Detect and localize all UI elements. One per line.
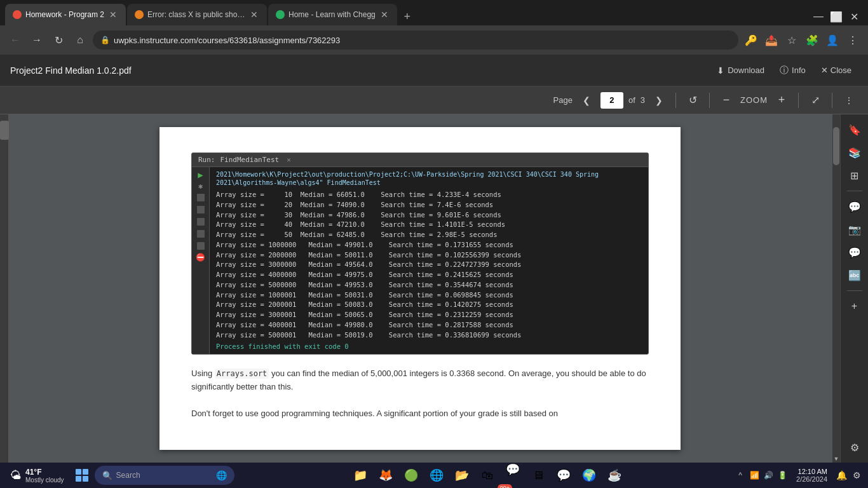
process-line: Process finished with exit code 0 [216, 342, 642, 350]
profile-icon[interactable]: 🔑 [742, 31, 760, 49]
tab-error[interactable]: Error: class X is public should be... ✕ [127, 4, 267, 25]
pdf-text-content: Using Arrays.sort you can find the media… [191, 367, 649, 420]
taskbar-msg-wrapper: 💬 99+ [501, 458, 524, 488]
back-button[interactable]: ← [6, 31, 24, 49]
output-line-8: Array size = 3000000 Median = 49564.0 Se… [216, 260, 642, 270]
page-label: Page [553, 95, 573, 105]
pdf-page-container[interactable]: Run: FindMedianTest ✕ ▶ ✱ ⛔ [9, 114, 831, 463]
taskbar: 🌤 41°F Mostly cloudy 🔍 Search 🌐 📁 🦊 🟢 🌐 … [0, 463, 868, 488]
info-icon: ⓘ [780, 65, 789, 76]
tab-label-2: Error: class X is public should be... [147, 10, 245, 19]
messenger-sidebar-icon[interactable]: 💬 [844, 242, 865, 262]
taskbar-java[interactable]: ☕ [603, 464, 626, 487]
ide-sidebar: ▶ ✱ ⛔ [192, 167, 210, 354]
instagram-sidebar-icon[interactable]: 📷 [844, 219, 865, 240]
sidebar-separator-1 [847, 191, 862, 191]
profile-avatar[interactable]: 👤 [824, 31, 841, 49]
nav-bar: ← → ↻ ⌂ 🔒 uwpks.instructure.com/courses/… [0, 25, 868, 55]
grid-sidebar-icon[interactable]: ⊞ [844, 165, 865, 186]
add-sidebar-icon[interactable]: + [844, 296, 865, 316]
pdf-page: Run: FindMedianTest ✕ ▶ ✱ ⛔ [159, 127, 681, 450]
tab-homework[interactable]: Homework - Program 2 ✕ [5, 4, 126, 25]
layers-sidebar-icon[interactable]: 📚 [844, 142, 865, 163]
ide-output-block: Run: FindMedianTest ✕ ▶ ✱ ⛔ [191, 152, 649, 355]
output-line-11: Array size = 1000001 Median = 50031.0 Se… [216, 290, 642, 301]
forward-button[interactable]: → [28, 31, 46, 49]
weather-info: 41°F Mostly cloudy [25, 468, 64, 484]
vertical-scrollbar-thumb[interactable] [833, 127, 839, 165]
ide-title-bar: Run: FindMedianTest ✕ [192, 153, 648, 167]
info-button[interactable]: ⓘ Info [773, 61, 812, 80]
next-page-button[interactable]: ❯ [650, 92, 668, 109]
code-arrays-sort: Arrays.sort [215, 369, 269, 379]
taskbar-settings-button[interactable]: ⚙ [850, 469, 863, 482]
output-line-10: Array size = 5000000 Median = 49953.0 Se… [216, 280, 642, 290]
bookmark-sidebar-icon[interactable]: 🔖 [844, 119, 865, 140]
whatsapp-sidebar-icon[interactable]: 💬 [844, 196, 865, 217]
new-tab-button[interactable]: + [398, 8, 416, 25]
tray-network[interactable]: 📶 [748, 469, 761, 482]
taskbar-explorer[interactable]: 📁 [349, 464, 372, 487]
home-button[interactable]: ⌂ [71, 31, 89, 49]
taskbar-messages[interactable]: 💬 [501, 458, 524, 481]
toolbar-divider-2 [709, 93, 710, 108]
download-button[interactable]: ⬇ Download [710, 62, 771, 79]
weather-widget: 🌤 41°F Mostly cloudy [5, 468, 69, 484]
scroll-down-arrow[interactable]: ▼ [832, 455, 840, 463]
taskbar-right: ^ 📶 🔊 🔋 12:10 AM 2/26/2024 🔔 ⚙ [734, 468, 863, 483]
tab-close-2[interactable]: ✕ [249, 8, 259, 21]
zoom-out-button[interactable]: − [717, 92, 735, 109]
output-line-2: Array size = 20 Median = 74090.0 Search … [216, 200, 642, 210]
reload-button[interactable]: ↻ [50, 31, 67, 49]
output-line-9: Array size = 4000000 Median = 49975.0 Se… [216, 270, 642, 280]
extensions-icon[interactable]: 🧩 [803, 31, 821, 49]
page-number-input[interactable] [600, 92, 623, 109]
tab-chegg[interactable]: Home - Learn with Chegg ✕ [268, 4, 397, 25]
tray-volume[interactable]: 🔊 [762, 469, 775, 482]
output-line-13: Array size = 3000001 Median = 50065.0 Se… [216, 310, 642, 320]
tab-close-3[interactable]: ✕ [379, 8, 390, 21]
share-icon[interactable]: 📤 [763, 31, 780, 49]
taskbar-search[interactable]: 🔍 Search 🌐 [95, 466, 234, 485]
start-button[interactable] [72, 465, 92, 485]
system-tray: ^ 📶 🔊 🔋 [734, 469, 789, 482]
toolbar-divider-4 [832, 93, 832, 108]
taskbar-folder2[interactable]: 📂 [451, 464, 473, 487]
bookmark-icon[interactable]: ☆ [783, 31, 801, 49]
settings-sidebar-icon[interactable]: ⚙ [844, 437, 865, 458]
tab-close-1[interactable]: ✕ [108, 8, 118, 21]
maximize-button[interactable]: ⬜ [827, 8, 845, 25]
taskbar-chat[interactable]: 💬 [552, 464, 575, 487]
taskbar-lenovo[interactable]: 🖥 [527, 464, 550, 487]
window-close-button[interactable]: ✕ [845, 8, 863, 25]
start-icon [76, 469, 88, 482]
weather-icon: 🌤 [10, 469, 22, 482]
toolbar-divider-1 [675, 93, 676, 108]
taskbar-meet[interactable]: 🟢 [400, 464, 423, 487]
zoom-in-button[interactable]: + [773, 92, 790, 109]
ide-path-1: 2021\Homework\K\Project2\out\production\… [216, 171, 642, 178]
pdf-header-actions: ⬇ Download ⓘ Info ✕ Close [710, 61, 858, 80]
rotate-button[interactable]: ↺ [684, 92, 702, 109]
taskbar-edge[interactable]: 🌐 [425, 464, 448, 487]
fullscreen-button[interactable]: ⤢ [806, 92, 824, 109]
menu-button[interactable]: ⋮ [844, 31, 862, 49]
translate-sidebar-icon[interactable]: 🔤 [844, 265, 865, 285]
taskbar-store[interactable]: 🛍 [476, 464, 499, 487]
tray-battery[interactable]: 🔋 [776, 469, 789, 482]
notification-button[interactable]: 🔔 [835, 469, 848, 482]
system-clock[interactable]: 12:10 AM 2/26/2024 [791, 468, 832, 483]
taskbar-firefox[interactable]: 🦊 [374, 464, 397, 487]
pdf-header: Project2 Find Median 1.0.2.pdf ⬇ Downloa… [0, 55, 868, 86]
taskbar-cortana[interactable]: 🌍 [578, 464, 600, 487]
tab-label-3: Home - Learn with Chegg [288, 10, 376, 19]
clock-time: 12:10 AM [796, 468, 827, 475]
tray-expand[interactable]: ^ [734, 469, 747, 482]
minimize-button[interactable]: — [810, 8, 827, 25]
zoom-label: ZOOM [740, 95, 768, 105]
taskbar-pinned-apps: 📁 🦊 🟢 🌐 📂 🛍 💬 99+ 🖥 💬 🌍 ☕ [243, 458, 731, 488]
more-options-button[interactable]: ⋮ [840, 92, 858, 109]
address-bar[interactable]: 🔒 uwpks.instructure.com/courses/633618/a… [93, 30, 738, 50]
prev-page-button[interactable]: ❮ [578, 92, 595, 109]
pdf-close-button[interactable]: ✕ Close [815, 62, 858, 79]
